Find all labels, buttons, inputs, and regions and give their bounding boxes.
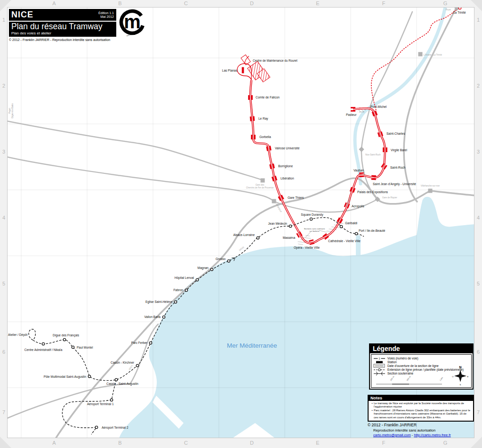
- fabron-label: Fabron: [173, 288, 183, 292]
- grid-number-6: 6: [2, 349, 5, 355]
- scale-bar: 250 m 500 m 1 km: [372, 375, 445, 387]
- grid-letter-g: G: [443, 0, 448, 6]
- svg-text:1: 1: [378, 357, 380, 360]
- vallon-barla-station: [162, 316, 165, 318]
- email-link[interactable]: carto.metro@gmail.com: [373, 433, 411, 437]
- svg-text:E: E: [467, 375, 469, 378]
- svg-text:S: S: [460, 383, 461, 386]
- bullet-icon: •: [370, 409, 374, 419]
- grid-letter-e: E: [316, 440, 319, 446]
- grid-number-7: 7: [2, 409, 5, 415]
- grid-number-1: 1: [2, 17, 5, 23]
- logo-letter: m: [124, 11, 141, 32]
- digne-les-bains-label: Digne-les-Bains: [11, 103, 14, 118]
- gorbella-label: Gorbella: [259, 135, 271, 138]
- grid-letter-b: B: [118, 0, 121, 6]
- pont-michel-label: Pont-Michel: [370, 105, 387, 108]
- grid-letter-d: D: [250, 0, 254, 6]
- grid-letter-g: G: [443, 440, 448, 446]
- map-sheet: Las PlanasComte de FaliconLe RayGorbella…: [0, 0, 482, 448]
- fabron-station: [185, 289, 187, 291]
- paul-montel-station: [72, 346, 74, 348]
- gare-des-label: Gare des: [256, 184, 265, 186]
- saint-charles-label: Saint-Charles: [386, 132, 405, 135]
- sncf-railway: [5, 156, 378, 212]
- website-link[interactable]: http://carto.metro.free.fr: [414, 433, 450, 437]
- cp-railway: [5, 121, 262, 180]
- paillon-river: [355, 7, 445, 184]
- map-title: Plan du réseau Tramway: [11, 22, 114, 31]
- eglise-saint-helene-station: [174, 301, 177, 303]
- rail-diamond-marker: [359, 147, 364, 152]
- chemins-de-fer-de-provence-label: Chemins de Fer de Provence: [246, 187, 274, 189]
- notes-panel: Notes • Le tramway de Nice est exploité …: [368, 395, 474, 422]
- grid-number-5: 5: [477, 281, 480, 286]
- legend-item-track: 1 Voies (numéro de voie): [373, 356, 469, 360]
- nice-saint-roch-label: Nice Saint-Roch: [365, 154, 381, 156]
- pasteur-label: Pasteur: [346, 113, 357, 116]
- grid-letter-a: A: [52, 0, 56, 6]
- alsace-lorraine-label: Alsace-Lorraine: [233, 233, 255, 236]
- grid-letter-e: E: [316, 0, 319, 6]
- compass-rose: N O E S: [450, 364, 470, 387]
- atelier-depot-label: Atelier / Dépôt: [8, 333, 27, 337]
- tram-line-1: [250, 80, 385, 243]
- saint-roch-label: Saint-Roch: [390, 166, 406, 169]
- rail-square-marker: [261, 179, 265, 183]
- svg-text:01/01/2000: 01/01/2000: [375, 365, 384, 367]
- cathedrale-vieille-ville-label: Cathédrale - Vieille Ville: [328, 239, 361, 243]
- grid-letter-f: F: [382, 0, 386, 6]
- garibaldi-label: Garibaldi: [345, 221, 357, 225]
- gare-thiers-label: Gare Thiers: [288, 196, 304, 199]
- note-item: • Le tramway de Nice est exploité par la…: [370, 402, 471, 409]
- sur-batterie-label: sur batterie: [310, 230, 320, 232]
- pole-multimodal-saint-augustin-label: Pôle Multimodal Saint-Augustin: [44, 375, 87, 379]
- cassin-kirchner-label: Cassin - Kirchner: [111, 361, 135, 364]
- svg-text:1 km: 1 km: [439, 376, 444, 382]
- title-bar-main: Plan du réseau Tramway Plan des voies et…: [9, 22, 116, 37]
- footer-notice: Reproduction interdite sans autorisation: [373, 428, 451, 432]
- vallon-barla-label: Vallon Barla: [144, 315, 161, 318]
- digue-des-francais-label: Digue des Français: [53, 334, 80, 337]
- hopital-lenval-label: Hôpital Lenval: [175, 276, 194, 280]
- note-item: • Parc matériel : 28 Rames Alstom Citadi…: [370, 409, 471, 419]
- grid-number-5: 5: [2, 281, 5, 286]
- interchange-marker: [340, 225, 342, 228]
- grid-number-2: 2: [2, 83, 5, 89]
- aeroport-terminal-2-label: Aéroport Terminal 2: [102, 426, 129, 430]
- parc-ferber-station: [149, 342, 152, 344]
- la-trinite-label: La Trinité: [453, 11, 466, 14]
- port-ile-de-beaute-label: Port / Ile-de-Beauté: [359, 229, 386, 232]
- paul-montel-label: Paul Montel: [77, 346, 93, 349]
- carto-metro-logo: m carto.metro.free.fr: [118, 8, 147, 39]
- eglise-saint-helene-label: Eglise Saint-Hélène: [145, 300, 172, 304]
- grosso-label: Grosso: [216, 257, 225, 261]
- legend-title: Légende: [370, 344, 473, 353]
- cassin-saint-augustin-station: [115, 378, 117, 381]
- parc-ferber-label: Parc Ferber: [131, 341, 148, 344]
- aeroport-terminal-1-label: Aéroport Terminal 1: [87, 402, 114, 406]
- alsace-lorraine-station: [257, 236, 259, 239]
- comte-de-falicon-label: Comte de Falicon: [256, 96, 280, 99]
- l-ariane-la-trinite-label: L'Ariane - La Trinité: [424, 54, 442, 56]
- centre-de-maintenance-du-rouret-label: Centre de Maintenance du Rouret: [253, 59, 297, 62]
- notes-title: Notes: [369, 396, 473, 401]
- title-copyright: © 2012 - Franklin JARRIER - Reproduction…: [9, 38, 116, 41]
- rail-square-marker: [272, 199, 276, 204]
- svg-text:500 m: 500 m: [406, 375, 411, 382]
- jean-medecin-station: [289, 225, 291, 227]
- airport-road: [5, 324, 158, 419]
- vauban-label: Vauban: [353, 169, 364, 172]
- grid-letter-c: C: [184, 440, 188, 446]
- grosso-station: [227, 260, 230, 262]
- aeroport-terminal-1-station: [110, 399, 112, 401]
- map-subtitle: Plan des voies et atelier: [11, 31, 114, 35]
- city-name: NICE: [11, 10, 33, 20]
- legend-body: 1 Voies (numéro de voie) Station 01/01/2…: [371, 354, 472, 388]
- square-durandy-station: [310, 218, 312, 220]
- las-planas-label: Las Planas: [222, 69, 238, 72]
- grid-letter-b: B: [118, 440, 121, 446]
- footer: © 2012 - Franklin JARRIER Reproduction i…: [368, 423, 451, 437]
- grid-number-1: 1: [477, 17, 480, 23]
- grid-number-7: 7: [477, 409, 480, 415]
